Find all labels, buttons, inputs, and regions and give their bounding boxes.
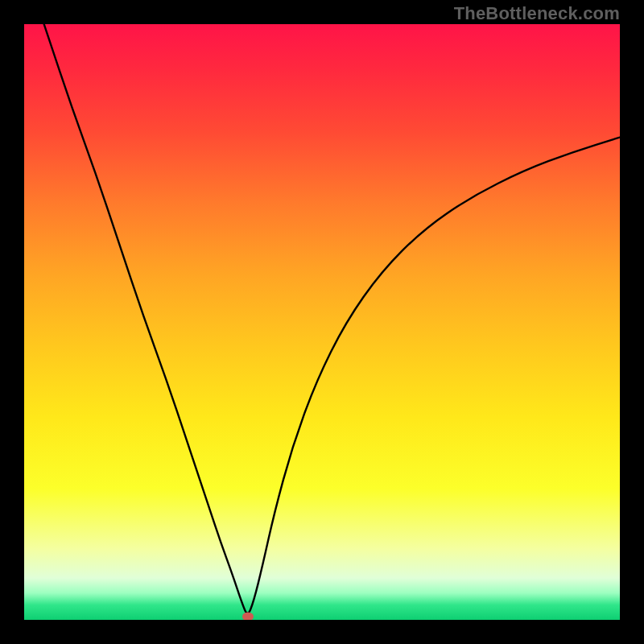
bottleneck-curve: [24, 24, 620, 620]
optimal-point-marker: [242, 613, 254, 620]
watermark-text: TheBottleneck.com: [454, 3, 620, 24]
plot-area: [24, 24, 620, 620]
chart-frame: TheBottleneck.com: [0, 0, 644, 644]
